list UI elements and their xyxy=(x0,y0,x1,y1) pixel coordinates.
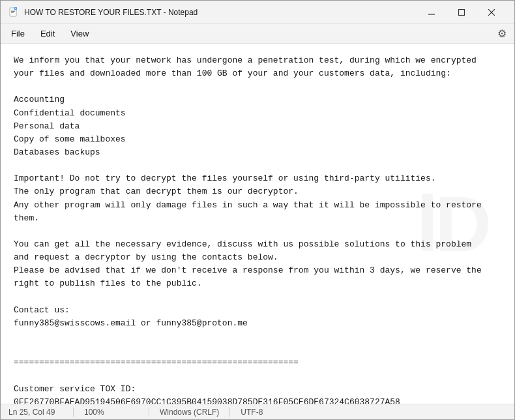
document-content: We inform you that your network has unde… xyxy=(14,54,501,404)
menu-bar: File Edit View ⚙ xyxy=(1,24,514,44)
status-bar: Ln 25, Col 49 100% Windows (CRLF) UTF-8 xyxy=(1,404,514,419)
menu-edit[interactable]: Edit xyxy=(33,26,63,41)
window-title: HOW TO RESTORE YOUR FILES.TXT - Notepad xyxy=(24,8,417,17)
zoom-level: 100% xyxy=(84,408,149,417)
svg-rect-1 xyxy=(11,10,15,10)
encoding: UTF-8 xyxy=(241,408,306,417)
settings-gear-icon[interactable]: ⚙ xyxy=(492,24,512,44)
menu-file[interactable]: File xyxy=(3,26,33,41)
svg-rect-5 xyxy=(15,8,16,9)
menu-view[interactable]: View xyxy=(63,26,96,41)
notepad-icon xyxy=(8,7,19,18)
maximize-button[interactable] xyxy=(447,1,477,24)
svg-rect-2 xyxy=(11,11,15,12)
line-ending: Windows (CRLF) xyxy=(160,408,230,417)
editor-area[interactable]: lD We inform you that your network has u… xyxy=(1,44,514,404)
cursor-position: Ln 25, Col 49 xyxy=(8,408,74,417)
svg-rect-3 xyxy=(11,12,14,13)
close-button[interactable] xyxy=(477,1,507,24)
notepad-window: HOW TO RESTORE YOUR FILES.TXT - Notepad … xyxy=(0,0,515,420)
svg-rect-7 xyxy=(459,9,465,15)
minimize-button[interactable] xyxy=(417,1,447,24)
title-bar: HOW TO RESTORE YOUR FILES.TXT - Notepad xyxy=(1,1,514,24)
window-controls xyxy=(417,1,507,24)
